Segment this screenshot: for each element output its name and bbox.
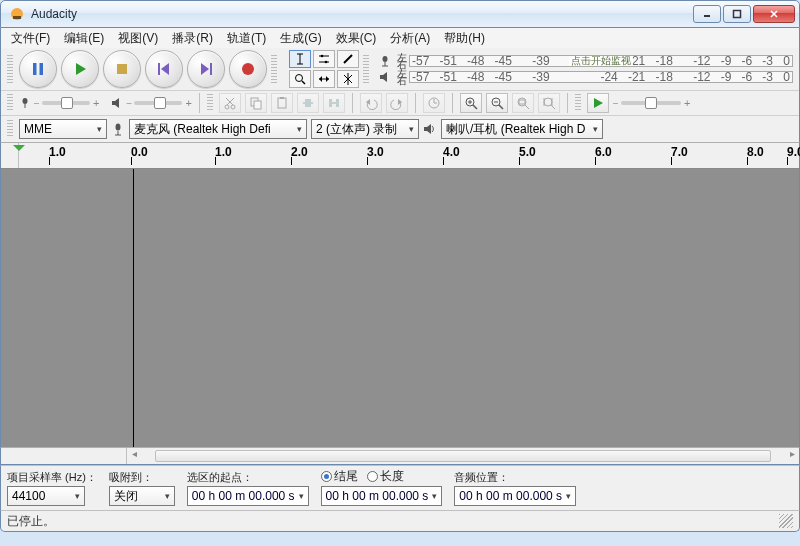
fit-selection-button[interactable] [512,93,534,113]
svg-rect-10 [158,63,160,75]
svg-point-67 [544,98,552,106]
menu-help[interactable]: 帮助(H) [438,28,491,49]
record-volume-slider[interactable]: –+ [19,97,99,109]
svg-marker-34 [380,72,387,82]
skip-start-button[interactable] [145,50,183,88]
svg-rect-3 [734,11,741,18]
svg-marker-11 [161,63,169,75]
selection-end-time[interactable]: 00 h 00 m 00.000 s▾ [321,486,443,506]
audio-position-label: 音频位置： [454,470,576,485]
draw-tool[interactable] [337,50,359,68]
titlebar: Audacity [0,0,800,28]
svg-line-40 [227,98,234,105]
svg-point-39 [231,105,235,109]
menu-file[interactable]: 文件(F) [5,28,56,49]
timeline-ruler[interactable]: 1.00.01.02.03.04.05.06.07.08.09.0 [0,143,800,169]
zoom-out-button[interactable] [486,93,508,113]
app-icon [9,6,25,22]
audio-position-time[interactable]: 00 h 00 m 00.000 s▾ [454,486,576,506]
snap-combo[interactable]: 关闭▾ [109,486,175,506]
redo-button[interactable] [386,93,408,113]
envelope-tool[interactable] [313,50,335,68]
audio-host-combo[interactable]: MME▾ [19,119,107,139]
record-channels-combo[interactable]: 2 (立体声) 录制▾ [311,119,419,139]
svg-point-21 [325,61,328,64]
menu-edit[interactable]: 编辑(E) [58,28,110,49]
pause-button[interactable] [19,50,57,88]
horizontal-scrollbar[interactable]: ◂ ▸ [0,447,800,465]
transport-toolbar [19,50,267,88]
sync-lock-button[interactable] [423,93,445,113]
svg-rect-6 [33,63,37,75]
window-close-button[interactable] [753,5,795,23]
selection-length-radio[interactable]: 长度 [367,468,404,485]
toolbar-grip[interactable] [207,94,213,112]
toolbar-grip[interactable] [7,55,13,83]
window-minimize-button[interactable] [693,5,721,23]
menu-effect[interactable]: 效果(C) [330,28,383,49]
multi-tool[interactable] [337,70,359,88]
svg-marker-75 [424,124,431,134]
speaker-icon [423,122,437,136]
timeshift-tool[interactable] [313,70,335,88]
skip-end-button[interactable] [187,50,225,88]
status-text: 已停止。 [7,513,55,530]
toolbar-grip[interactable] [7,120,13,138]
record-meter[interactable]: -57-51-48-45-39-24-21-18-12-9-6-30 点击开始监… [409,55,793,67]
selection-end-radio[interactable]: 结尾 [321,468,358,485]
svg-line-62 [499,105,503,109]
record-device-combo[interactable]: 麦克风 (Realtek High Defi▾ [129,119,307,139]
play-button[interactable] [61,50,99,88]
resize-grip[interactable] [779,514,793,528]
menu-view[interactable]: 视图(V) [112,28,164,49]
svg-rect-44 [278,98,286,108]
menu-record[interactable]: 播录(R) [166,28,219,49]
mic-icon [111,122,125,136]
window-maximize-button[interactable] [723,5,751,23]
stop-button[interactable] [103,50,141,88]
play-meter[interactable]: -57-51-48-45-39-24-21-18-12-9-6-30 [409,71,793,83]
svg-rect-49 [329,99,332,107]
toolbar-grip[interactable] [363,55,369,83]
svg-point-23 [296,75,303,82]
trim-button[interactable] [297,93,319,113]
fit-project-button[interactable] [538,93,560,113]
zoom-tool[interactable] [289,70,311,88]
selection-start-label: 选区的起点： [187,470,309,485]
svg-point-20 [321,55,324,58]
menu-tracks[interactable]: 轨道(T) [221,28,272,49]
snap-label: 吸附到： [109,470,175,485]
meter-channels-label: 左 右 [395,54,409,68]
cut-button[interactable] [219,93,241,113]
selection-start-time[interactable]: 00 h 00 m 00.000 s▾ [187,486,309,506]
paste-button[interactable] [271,93,293,113]
svg-rect-45 [280,97,284,99]
track-area[interactable] [0,169,800,447]
undo-button[interactable] [360,93,382,113]
zoom-in-button[interactable] [460,93,482,113]
toolbar-grip[interactable] [575,94,581,112]
selection-tool[interactable] [289,50,311,68]
project-rate-combo[interactable]: 44100▾ [7,486,85,506]
svg-marker-52 [366,99,370,105]
svg-rect-1 [13,16,21,19]
svg-marker-53 [398,99,402,105]
menu-analyze[interactable]: 分析(A) [384,28,436,49]
play-device-combo[interactable]: 喇叭/耳机 (Realtek High D▾ [441,119,603,139]
svg-rect-66 [519,100,525,104]
play-speed-slider[interactable]: –+ [613,97,690,109]
svg-line-58 [473,105,477,109]
record-button[interactable] [229,50,267,88]
svg-line-41 [226,98,233,105]
toolbar-grip[interactable] [7,94,13,112]
toolbar-grip[interactable] [271,55,277,83]
svg-marker-37 [112,98,119,108]
silence-button[interactable] [323,93,345,113]
play-volume-slider[interactable]: –+ [111,97,191,109]
play-at-speed-button[interactable] [587,93,609,113]
copy-button[interactable] [245,93,267,113]
svg-line-24 [302,81,305,84]
svg-marker-12 [201,63,209,75]
menu-generate[interactable]: 生成(G) [274,28,327,49]
statusbar: 已停止。 [0,510,800,532]
